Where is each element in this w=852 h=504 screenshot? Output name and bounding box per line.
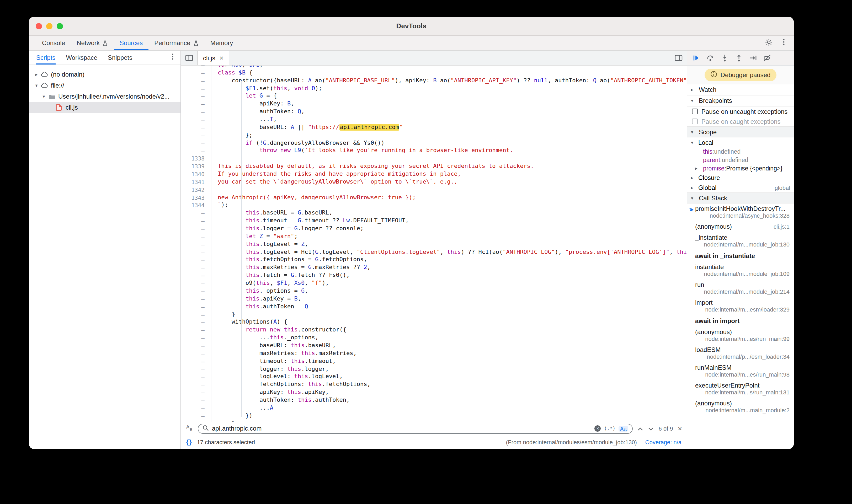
line-gutter[interactable]: – [181, 116, 211, 124]
call-stack-frame-run[interactable]: runnode:internal/m...module_job:214 [687, 280, 794, 298]
section-breakpoints[interactable]: ▾ Breakpoints [687, 95, 794, 106]
line-gutter[interactable]: – [181, 264, 211, 272]
line-gutter[interactable]: – [181, 233, 211, 241]
call-stack-frame-anonymous[interactable]: (anonymous)node:internal/m...main_module… [687, 398, 794, 416]
line-gutter[interactable]: – [181, 334, 211, 342]
line-gutter[interactable]: – [181, 77, 211, 85]
scope-group-closure[interactable]: ▸Closure [687, 173, 794, 182]
line-gutter[interactable]: 1344 [181, 202, 211, 210]
line-gutter[interactable]: 1340 [181, 170, 211, 178]
more-options-icon[interactable] [780, 38, 787, 48]
line-gutter[interactable]: 1339 [181, 163, 211, 170]
line-gutter[interactable]: – [181, 396, 211, 404]
line-gutter[interactable]: 1343 [181, 194, 211, 202]
section-scope[interactable]: ▾ Scope [687, 126, 794, 138]
call-stack-frame-runmainesm[interactable]: runMainESMnode:internal/m...es/run_main:… [687, 362, 794, 380]
checkbox[interactable] [692, 109, 698, 114]
step-over-icon[interactable] [706, 54, 714, 62]
call-stack-frame-executeuserentrypoint[interactable]: executeUserEntryPointnode:internal/m...s… [687, 380, 794, 398]
settings-gear-icon[interactable] [765, 38, 773, 48]
line-gutter[interactable]: – [181, 350, 211, 358]
more-options-icon[interactable] [169, 53, 176, 62]
line-gutter[interactable]: – [181, 342, 211, 350]
call-stack-frame-anonymous[interactable]: (anonymous)node:internal/m...es/run_main… [687, 327, 794, 345]
tree-item-file[interactable]: ▾file:// [29, 80, 180, 91]
call-stack-frame-anonymous[interactable]: (anonymous)cli.js:1 [687, 221, 794, 232]
chevron-right-icon[interactable]: ▸ [691, 175, 696, 180]
scope-group-local[interactable]: ▾Local [687, 138, 794, 147]
line-gutter[interactable]: – [181, 319, 211, 326]
chevron-right-icon[interactable]: ▸ [691, 185, 696, 190]
section-call-stack[interactable]: ▾ Call Stack [687, 193, 794, 203]
editor-tab-clijs[interactable]: cli.js × [197, 51, 229, 65]
tab-sources[interactable]: Sources [114, 36, 148, 50]
code-editor[interactable]: –var Xs0, $F1,–class $B {– constructor({… [181, 66, 687, 422]
pretty-print-button[interactable]: {} [186, 438, 192, 446]
tree-item-users-jinhuilee-nvm-versions-node-v2[interactable]: ▾Users/jinhuilee/.nvm/versions/node/v2..… [29, 91, 180, 102]
chevron-down-icon[interactable]: ▾ [691, 195, 696, 201]
chevron-right-icon[interactable]: ▸ [691, 87, 696, 92]
close-tab-icon[interactable]: × [219, 54, 224, 62]
titlebar[interactable]: DevTools [29, 17, 794, 36]
line-gutter[interactable]: – [181, 303, 211, 311]
tab-performance[interactable]: Performance [148, 36, 205, 50]
previous-match-icon[interactable] [638, 424, 643, 433]
search-scope-icon[interactable]: AB [186, 424, 193, 433]
line-gutter[interactable]: – [181, 241, 211, 249]
call-stack-frame-instantiate[interactable]: instantiatenode:internal/m...module_job:… [687, 262, 794, 280]
line-gutter[interactable]: – [181, 295, 211, 303]
line-gutter[interactable]: – [181, 404, 211, 412]
line-gutter[interactable]: – [181, 108, 211, 116]
line-gutter[interactable]: – [181, 365, 211, 373]
chevron-down-icon[interactable]: ▾ [691, 98, 696, 103]
zoom-window-button[interactable] [57, 23, 63, 29]
line-gutter[interactable]: – [181, 69, 211, 77]
line-gutter[interactable]: – [181, 272, 211, 280]
tree-item-cli-js[interactable]: cli.js [29, 102, 180, 113]
minimize-window-button[interactable] [46, 23, 52, 29]
line-gutter[interactable]: – [181, 93, 211, 101]
source-origin-link[interactable]: node:internal/modules/esm/module_job:130 [523, 439, 635, 445]
line-gutter[interactable]: 1342 [181, 186, 211, 194]
line-gutter[interactable]: – [181, 373, 211, 381]
scope-group-global[interactable]: ▸Globalglobal [687, 182, 794, 193]
line-gutter[interactable]: 1338 [181, 155, 211, 163]
tab-console[interactable]: Console [36, 36, 71, 50]
chevron-right-icon[interactable]: ▸ [33, 72, 40, 77]
line-gutter[interactable]: – [181, 381, 211, 389]
match-case-toggle-icon[interactable]: Aa [619, 426, 628, 431]
line-gutter[interactable]: – [181, 66, 211, 69]
tree-item-no-domain[interactable]: ▸(no domain) [29, 69, 180, 80]
line-gutter[interactable]: 1341 [181, 178, 211, 186]
scope-variable-parent[interactable]: parent: undefined [687, 156, 794, 164]
call-stack-frame-import[interactable]: importnode:internal/m...esm/loader:329 [687, 298, 794, 315]
line-gutter[interactable]: – [181, 311, 211, 319]
regex-toggle-icon[interactable]: (.*) [604, 426, 616, 431]
line-gutter[interactable]: – [181, 131, 211, 139]
chevron-down-icon[interactable]: ▾ [33, 83, 40, 88]
navigator-tab-scripts[interactable]: Scripts [36, 51, 55, 65]
line-gutter[interactable]: – [181, 147, 211, 155]
call-stack-frame-loadesm[interactable]: loadESMnode:internal/p.../esm_loader:34 [687, 345, 794, 362]
scope-variable-promise[interactable]: ▸promise: Promise {<pending>} [687, 164, 794, 173]
next-match-icon[interactable] [648, 424, 654, 433]
line-gutter[interactable]: – [181, 412, 211, 420]
close-window-button[interactable] [36, 23, 42, 29]
line-gutter[interactable]: – [181, 139, 211, 147]
tab-network[interactable]: Network [71, 36, 114, 50]
step-into-icon[interactable] [721, 54, 729, 62]
clear-search-icon[interactable]: × [595, 425, 601, 432]
line-gutter[interactable]: – [181, 389, 211, 396]
line-gutter[interactable]: – [181, 124, 211, 132]
section-watch[interactable]: ▸ Watch [687, 85, 794, 95]
chevron-down-icon[interactable]: ▾ [691, 129, 696, 134]
deactivate-breakpoints-icon[interactable] [763, 54, 771, 62]
resume-icon[interactable] [692, 54, 700, 62]
navigator-tab-workspace[interactable]: Workspace [66, 51, 97, 65]
navigator-tab-snippets[interactable]: Snippets [108, 51, 132, 65]
line-gutter[interactable]: – [181, 357, 211, 365]
line-gutter[interactable]: – [181, 287, 211, 295]
line-gutter[interactable]: – [181, 217, 211, 225]
chevron-down-icon[interactable]: ▾ [40, 94, 47, 99]
line-gutter[interactable]: – [181, 225, 211, 233]
